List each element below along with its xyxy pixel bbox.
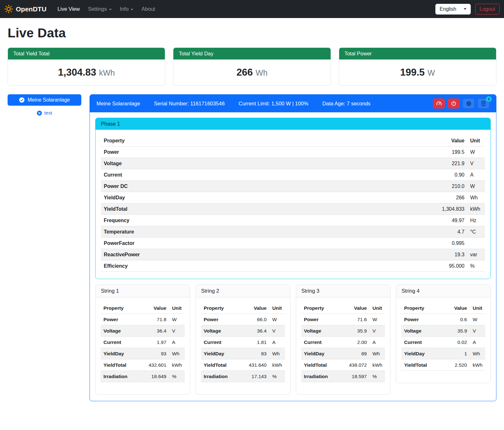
total-yield-total-card: Total Yield Total 1,304.83kWh <box>8 47 165 86</box>
row-unit: °C <box>467 226 485 238</box>
power-button[interactable] <box>448 98 460 109</box>
sun-logo-icon <box>4 5 13 13</box>
inverter-select-button[interactable]: Meine Solaranlage <box>8 94 81 106</box>
event-log-button[interactable]: 2 <box>477 98 489 109</box>
row-unit: V <box>370 325 385 337</box>
nav-item-about[interactable]: About <box>139 3 158 15</box>
row-unit: % <box>370 371 385 382</box>
chevron-down-icon <box>131 9 133 10</box>
device-info-button[interactable] <box>463 98 475 109</box>
string-table-body: Power 71.8 W Voltage 36.4 V <box>101 314 185 382</box>
row-value: 36.4 <box>239 325 270 337</box>
row-property: Efficiency <box>101 260 320 272</box>
row-value: 0.02 <box>443 337 470 348</box>
row-property: YieldDay <box>201 348 239 359</box>
column-value: Value <box>239 302 270 314</box>
inverter-select-label: Meine Solaranlage <box>28 97 70 103</box>
table-header-row: Property Value Unit <box>101 302 185 314</box>
string-table-body: Power 0.6 W Voltage 35.9 V <box>401 314 485 371</box>
column-unit: Unit <box>467 135 485 146</box>
row-property: YieldDay <box>101 192 320 203</box>
column-unit: Unit <box>370 302 385 314</box>
table-row: Current 2.00 A <box>301 337 385 348</box>
summary-cards-row: Total Yield Total 1,304.83kWh Total Yiel… <box>8 47 496 86</box>
table-row: Temperature 4.7 °C <box>101 226 485 238</box>
row-property: Power DC <box>101 181 320 192</box>
card-title: Total Yield Day <box>173 48 330 59</box>
brand-label: OpenDTU <box>16 5 47 13</box>
chevron-down-icon <box>464 8 466 10</box>
row-property: Current <box>201 337 239 348</box>
row-property: YieldDay <box>301 348 339 359</box>
row-unit: Wh <box>470 348 485 359</box>
card-body: 1,304.83kWh <box>8 59 165 85</box>
string-table: Property Value Unit Power <box>101 302 185 382</box>
phase-table-body: Power 199.5 W Voltage 221.9 V <box>101 146 485 272</box>
row-property: PowerFactor <box>101 238 320 249</box>
row-unit: A <box>470 337 485 348</box>
navbar-right: English Logout <box>435 4 500 15</box>
card-value: 1,304.83 <box>58 67 96 78</box>
column-unit: Unit <box>169 302 185 314</box>
table-row: Power 199.5 W <box>101 146 485 158</box>
row-value: 0.90 <box>320 169 467 181</box>
row-value: 266 <box>320 192 467 203</box>
row-unit: kWh <box>467 203 485 215</box>
nav-item-label: Info <box>120 6 129 12</box>
row-value: 199.5 <box>320 146 467 158</box>
brand[interactable]: OpenDTU <box>4 5 47 13</box>
inverter-serial: Serial Number: 116171603546 <box>154 101 225 107</box>
string-table-body: Power 71.6 W Voltage 35.9 V <box>301 314 385 382</box>
table-row: Voltage 36.4 V <box>201 325 285 337</box>
column-property: Property <box>201 302 239 314</box>
column-value: Value <box>443 302 470 314</box>
row-value: 83 <box>239 348 270 359</box>
string-card-body: Property Value Unit Power <box>196 297 290 394</box>
logout-button[interactable]: Logout <box>475 4 500 15</box>
row-unit: Wh <box>467 192 485 203</box>
string-card-title: String 1 <box>96 285 190 297</box>
row-unit: % <box>169 371 185 382</box>
string-2-card: String 2 Property Value Unit <box>196 284 290 395</box>
nav-item-label: Live View <box>58 6 80 12</box>
table-row: Power 71.8 W <box>101 314 185 325</box>
row-property: ReactivePower <box>101 249 320 260</box>
table-row: Current 1.97 A <box>101 337 185 348</box>
row-property: YieldDay <box>101 348 139 359</box>
string-table-head: Property Value Unit <box>201 302 285 314</box>
row-unit <box>467 238 485 249</box>
row-property: Current <box>401 337 443 348</box>
row-unit: W <box>467 181 485 192</box>
string-table: Property Value Unit Power <box>301 302 385 382</box>
row-unit: V <box>270 325 285 337</box>
table-row: Power 0.6 W <box>401 314 485 325</box>
table-header-row: Property Value Unit <box>101 135 485 146</box>
row-property: Frequency <box>101 215 320 226</box>
row-property: Power <box>201 314 239 325</box>
row-unit: % <box>467 260 485 272</box>
row-property: Voltage <box>101 158 320 169</box>
table-header-row: Property Value Unit <box>301 302 385 314</box>
x-circle-icon[interactable] <box>37 110 42 116</box>
language-select-value: English <box>440 6 456 12</box>
nav-item-info[interactable]: Info <box>117 3 136 15</box>
nav-item-settings[interactable]: Settings <box>85 3 114 15</box>
table-row: YieldDay 93 Wh <box>101 348 185 359</box>
row-value: 18.649 <box>139 371 169 382</box>
limit-settings-button[interactable] <box>433 98 445 109</box>
table-row: YieldTotal 1,304.833 kWh <box>101 203 485 215</box>
row-value: 89 <box>339 348 370 359</box>
inverter-panel: Meine Solaranlage Serial Number: 1161716… <box>90 94 496 401</box>
page-title: Live Data <box>8 26 496 41</box>
row-unit: Wh <box>169 348 185 359</box>
column-value: Value <box>139 302 169 314</box>
table-row: Voltage 36.4 V <box>101 325 185 337</box>
row-unit: V <box>470 325 485 337</box>
row-value: 1.81 <box>239 337 270 348</box>
row-unit: W <box>270 314 285 325</box>
row-unit: V <box>169 325 185 337</box>
nav-item-live-view[interactable]: Live View <box>55 3 82 15</box>
row-value: 4.7 <box>320 226 467 238</box>
test-inverter-link[interactable]: test <box>8 110 81 116</box>
language-select[interactable]: English <box>435 4 471 15</box>
